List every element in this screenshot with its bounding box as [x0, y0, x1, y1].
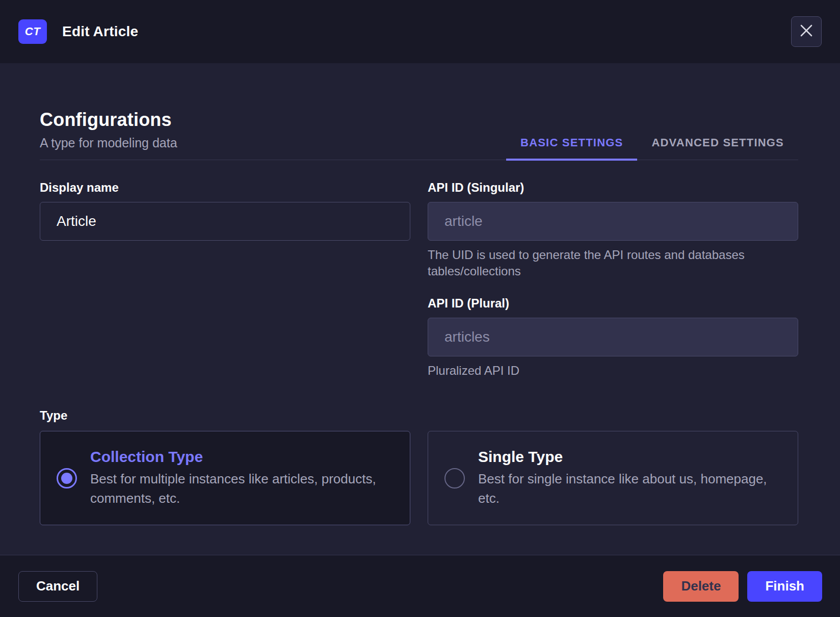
single-type-text: Single Type Best for single instance lik… [478, 448, 767, 508]
close-icon [799, 23, 814, 40]
form-column-right: API ID (Singular) The UID is used to gen… [428, 181, 798, 379]
type-section: Type Collection Type Best for multiple i… [40, 408, 798, 525]
radio-dot-icon [449, 473, 460, 484]
api-id-plural-field-block: API ID (Plural) Pluralized API ID [428, 296, 798, 379]
settings-tabs: BASIC SETTINGS ADVANCED SETTINGS [506, 136, 798, 160]
display-name-label: Display name [40, 181, 410, 195]
api-id-singular-input [428, 202, 798, 241]
api-id-plural-input [428, 318, 798, 356]
page-subtitle: A type for modeling data [40, 136, 177, 150]
modal-footer: Cancel Delete Finish [0, 555, 840, 617]
cancel-button[interactable]: Cancel [18, 571, 97, 602]
form-column-left: Display name [40, 181, 410, 379]
collection-type-description: Best for multiple instances like article… [90, 470, 376, 508]
content-type-badge-icon: CT [18, 19, 47, 44]
modal-title: Edit Article [62, 23, 138, 40]
edit-content-type-modal: CT Edit Article Configurations A type fo… [0, 0, 840, 617]
close-button[interactable] [791, 16, 822, 47]
display-name-input[interactable] [40, 202, 410, 241]
tab-basic-settings[interactable]: BASIC SETTINGS [506, 136, 637, 161]
api-id-singular-helper: The UID is used to generate the API rout… [428, 247, 798, 280]
type-label: Type [40, 408, 798, 423]
single-type-radio[interactable] [444, 468, 465, 489]
display-name-field-block: Display name [40, 181, 410, 241]
type-option-cards: Collection Type Best for multiple instan… [40, 431, 798, 525]
single-type-card[interactable]: Single Type Best for single instance lik… [428, 431, 798, 525]
configurations-header-row: Configurations A type for modeling data … [40, 109, 798, 160]
finish-button[interactable]: Finish [747, 571, 822, 602]
api-id-singular-label: API ID (Singular) [428, 181, 798, 195]
configuration-form: Display name API ID (Singular) The UID i… [40, 181, 798, 379]
modal-body: Configurations A type for modeling data … [0, 63, 840, 555]
collection-type-text: Collection Type Best for multiple instan… [90, 448, 376, 508]
api-id-plural-label: API ID (Plural) [428, 296, 798, 311]
api-id-plural-helper: Pluralized API ID [428, 363, 798, 379]
api-id-singular-field-block: API ID (Singular) The UID is used to gen… [428, 181, 798, 280]
tab-advanced-settings[interactable]: ADVANCED SETTINGS [637, 136, 798, 161]
single-type-title: Single Type [478, 448, 767, 466]
radio-dot-icon [61, 473, 72, 484]
collection-type-title: Collection Type [90, 448, 376, 466]
collection-type-radio[interactable] [57, 468, 77, 489]
heading-block: Configurations A type for modeling data [40, 109, 177, 160]
modal-header: CT Edit Article [0, 0, 840, 63]
collection-type-card[interactable]: Collection Type Best for multiple instan… [40, 431, 410, 525]
page-title: Configurations [40, 109, 177, 131]
single-type-description: Best for single instance like about us, … [478, 470, 767, 508]
delete-button[interactable]: Delete [663, 571, 739, 602]
